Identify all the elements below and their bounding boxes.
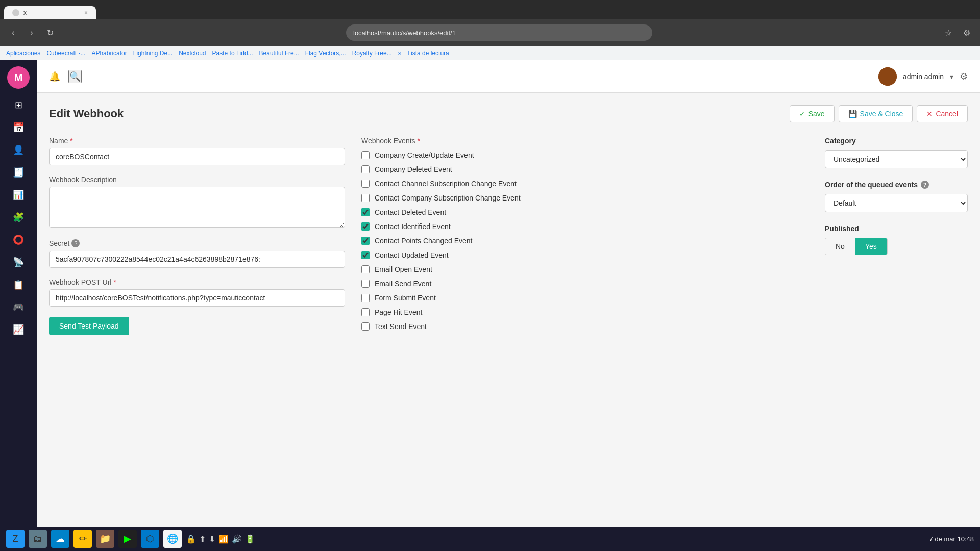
name-label: Name *	[49, 137, 345, 145]
url-bar[interactable]: localhost/mautic/s/webhooks/edit/1	[346, 24, 652, 41]
taskbar-app-terminal[interactable]: ▶	[118, 530, 137, 548]
page-header: Edit Webhook ✓ Save 💾 Save & Close ✕ Can…	[49, 105, 968, 122]
event-label-page_hit: Page Hit Event	[375, 308, 422, 316]
event-item-contact_points: Contact Points Changed Event	[361, 237, 808, 245]
bookmark-lista[interactable]: Lista de lectura	[407, 49, 449, 57]
send-test-button[interactable]: Send Test Payload	[49, 317, 129, 335]
sidebar-item-reports[interactable]: 🧾	[8, 162, 29, 183]
sidebar-item-calendar[interactable]: 📅	[8, 117, 29, 138]
taskbar-app-vscode[interactable]: ⬡	[141, 530, 159, 548]
sidebar: M ⊞ 📅 👤 🧾 📊 🧩 ⭕ 📡 📋 🎮 📈	[0, 60, 37, 551]
taskbar-app-folder[interactable]: 📁	[96, 530, 114, 548]
battery-icon: 🔋	[245, 534, 255, 544]
extensions-button[interactable]: ⚙	[960, 26, 974, 40]
bookmark-aphabricator[interactable]: APhabricator	[91, 49, 127, 57]
sidebar-item-table[interactable]: 📋	[8, 274, 29, 295]
published-no-button[interactable]: No	[825, 238, 855, 255]
taskbar-time: 7 de mar 10:48	[929, 535, 974, 543]
bookmark-cubeecraft[interactable]: Cubeecraft -...	[46, 49, 85, 57]
name-required: *	[70, 137, 72, 145]
event-checkbox-contact_channel[interactable]	[361, 180, 370, 188]
url-label: Webhook POST Url *	[49, 278, 345, 286]
bookmark-flag[interactable]: Flag Vectors,...	[305, 49, 346, 57]
event-checkbox-email_open[interactable]	[361, 265, 370, 273]
bookmark-royalty[interactable]: Royalty Free...	[352, 49, 392, 57]
sidebar-item-analytics[interactable]: 📊	[8, 185, 29, 205]
sidebar-item-contacts[interactable]: 👤	[8, 140, 29, 160]
bookmark-nextcloud[interactable]: Nextcloud	[179, 49, 206, 57]
event-checkbox-form_submit[interactable]	[361, 294, 370, 302]
bell-icon: 🔔	[49, 71, 60, 82]
taskbar-app-notes[interactable]: ✏	[74, 530, 92, 548]
header-actions: ✓ Save 💾 Save & Close ✕ Cancel	[790, 105, 968, 122]
cancel-button[interactable]: ✕ Cancel	[917, 105, 968, 122]
taskbar-app-zorin[interactable]: Z	[6, 530, 24, 548]
event-label-email_send: Email Send Event	[375, 280, 431, 288]
sidebar-item-trends[interactable]: 📈	[8, 319, 29, 340]
event-checkbox-company_create[interactable]	[361, 151, 370, 159]
description-label: Webhook Description	[49, 176, 345, 184]
sidebar-item-feeds[interactable]: 📡	[8, 252, 29, 272]
event-checkbox-contact_updated[interactable]	[361, 251, 370, 259]
bookmark-more[interactable]: »	[398, 49, 402, 57]
category-select[interactable]: Uncategorized	[825, 150, 968, 168]
name-input[interactable]	[49, 148, 345, 165]
description-input[interactable]	[49, 187, 345, 228]
app-logo[interactable]: M	[7, 66, 30, 89]
bookmark-paste[interactable]: Paste to Tidd...	[212, 49, 253, 57]
tab-close-button[interactable]: ×	[84, 9, 88, 16]
event-item-text_send: Text Send Event	[361, 322, 808, 331]
taskbar-app-nextcloud[interactable]: ☁	[51, 530, 69, 548]
order-select[interactable]: DefaultAscendingDescending	[825, 194, 968, 212]
active-tab[interactable]: x ×	[4, 6, 96, 19]
event-item-contact_updated: Contact Updated Event	[361, 251, 808, 259]
order-help-icon[interactable]: ?	[921, 181, 929, 189]
back-button[interactable]: ‹	[6, 26, 20, 40]
secret-help-icon[interactable]: ?	[71, 239, 80, 247]
reload-button[interactable]: ↻	[43, 26, 57, 40]
settings-icon[interactable]: ⚙	[960, 71, 968, 82]
description-field-group: Webhook Description	[49, 176, 345, 229]
event-checkbox-contact_deleted[interactable]	[361, 208, 370, 216]
published-yes-button[interactable]: Yes	[855, 238, 887, 255]
event-item-company_create: Company Create/Update Event	[361, 151, 808, 159]
event-checkbox-contact_company[interactable]	[361, 194, 370, 202]
forward-button[interactable]: ›	[24, 26, 39, 40]
event-label-contact_updated: Contact Updated Event	[375, 251, 449, 259]
bookmark-lightning[interactable]: Lightning De...	[133, 49, 173, 57]
search-button[interactable]: 🔍	[68, 70, 82, 83]
url-input[interactable]	[49, 289, 345, 307]
save-close-button[interactable]: 💾 Save & Close	[839, 105, 913, 122]
event-label-contact_identified: Contact Identified Event	[375, 222, 451, 231]
event-checkbox-company_deleted[interactable]	[361, 165, 370, 173]
taskbar: Z 🗂 ☁ ✏ 📁 ▶ ⬡ 🌐 🔒 ⬆ ⬇ 📶 🔊 🔋 7 de mar 10:…	[0, 527, 980, 551]
sidebar-item-games[interactable]: 🎮	[8, 297, 29, 317]
published-toggle: No Yes	[825, 238, 888, 255]
save-button[interactable]: ✓ Save	[790, 105, 835, 122]
secret-input[interactable]	[49, 251, 345, 268]
taskbar-app-chrome[interactable]: 🌐	[163, 530, 182, 548]
secret-label: Secret ?	[49, 239, 345, 247]
bookmark-beautiful[interactable]: Beautiful Fre...	[259, 49, 299, 57]
event-label-contact_company: Contact Company Subscription Change Even…	[375, 194, 521, 202]
topbar: 🔔 🔍 admin admin ▾ ⚙	[37, 60, 980, 93]
event-checkbox-contact_identified[interactable]	[361, 222, 370, 231]
right-panel: Category Uncategorized Order of the queu…	[825, 137, 968, 337]
event-checkbox-page_hit[interactable]	[361, 308, 370, 316]
user-dropdown-icon[interactable]: ▾	[950, 72, 953, 81]
event-checkbox-text_send[interactable]	[361, 322, 370, 331]
bookmark-button[interactable]: ☆	[941, 26, 955, 40]
username-label: admin admin	[903, 72, 944, 81]
event-item-email_open: Email Open Event	[361, 265, 808, 273]
taskbar-app-files[interactable]: 🗂	[29, 530, 47, 548]
bookmark-aplicaciones[interactable]: Aplicaciones	[6, 49, 40, 57]
event-label-contact_points: Contact Points Changed Event	[375, 237, 472, 245]
notification-bell[interactable]: 🔔	[49, 71, 60, 82]
event-checkbox-contact_points[interactable]	[361, 237, 370, 245]
sidebar-item-circle[interactable]: ⭕	[8, 230, 29, 250]
sidebar-item-dashboard[interactable]: ⊞	[8, 95, 29, 115]
tab-title: x	[23, 9, 27, 16]
event-checkbox-email_send[interactable]	[361, 280, 370, 288]
published-label: Published	[825, 224, 968, 233]
sidebar-item-plugins[interactable]: 🧩	[8, 207, 29, 228]
